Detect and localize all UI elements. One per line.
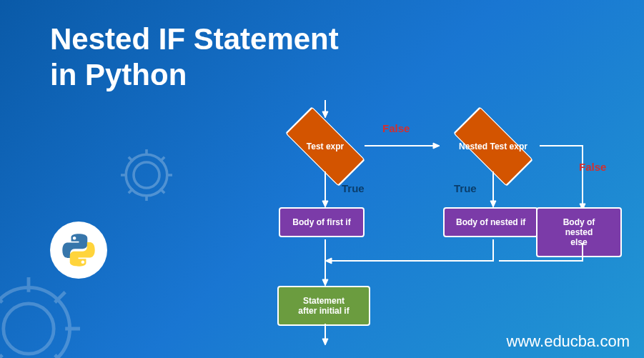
label-false: False bbox=[382, 122, 410, 134]
website-url: www.educba.com bbox=[507, 332, 630, 351]
svg-marker-10 bbox=[322, 201, 328, 207]
flowchart-container: Test expr False Nested Test expr False T… bbox=[214, 111, 622, 347]
box-label-line2: after initial if bbox=[298, 306, 349, 316]
box-statement-after: Statement after initial if bbox=[277, 286, 370, 326]
box-label: Body of first if bbox=[292, 217, 350, 227]
gear-icon bbox=[114, 143, 179, 207]
svg-marker-5 bbox=[322, 111, 328, 118]
gear-icon bbox=[0, 272, 86, 358]
box-body-first-if: Body of first if bbox=[279, 207, 365, 237]
diamond-nested-test: Nested Test expr bbox=[443, 121, 543, 171]
box-label: Body of nested if bbox=[456, 217, 525, 227]
diamond-label: Test expr bbox=[307, 141, 344, 151]
svg-point-2 bbox=[4, 304, 54, 354]
box-label-line1: Statement bbox=[303, 296, 345, 306]
svg-marker-7 bbox=[433, 143, 440, 149]
box-body-nested-if: Body of nested if bbox=[443, 207, 538, 237]
svg-marker-18 bbox=[322, 339, 328, 345]
label-false: False bbox=[579, 161, 606, 173]
label-true: True bbox=[342, 182, 365, 194]
title-line1: Nested IF Statement bbox=[50, 22, 339, 56]
python-logo-badge bbox=[50, 222, 107, 279]
diamond-label: Nested Test expr bbox=[459, 141, 527, 151]
svg-marker-15 bbox=[325, 258, 332, 264]
title-line2: in Python bbox=[50, 58, 187, 91]
svg-marker-14 bbox=[322, 279, 328, 286]
svg-marker-12 bbox=[490, 201, 496, 207]
diamond-test-expr: Test expr bbox=[282, 121, 368, 171]
label-true: True bbox=[454, 182, 477, 194]
page-title: Nested IF Statement in Python bbox=[50, 21, 339, 94]
svg-point-1 bbox=[126, 154, 167, 196]
svg-point-0 bbox=[134, 162, 159, 188]
python-icon bbox=[61, 232, 96, 268]
